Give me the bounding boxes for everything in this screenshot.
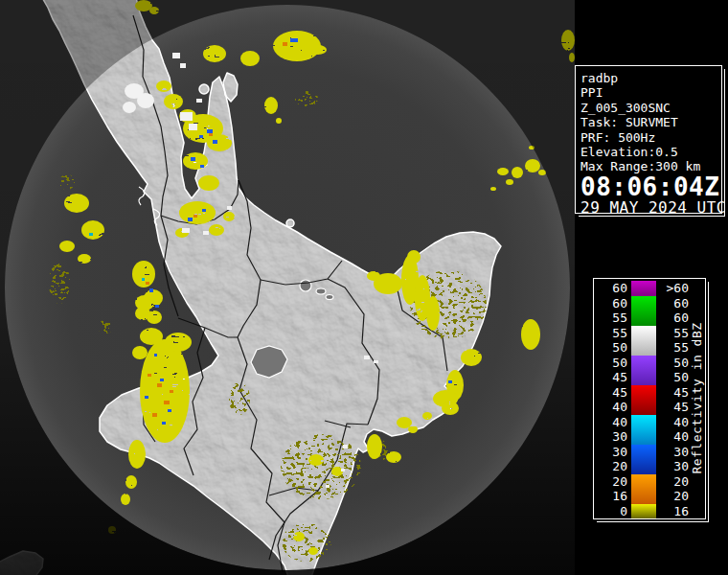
- legend-band-40-45: [631, 385, 656, 415]
- legend-label: 30: [657, 445, 689, 460]
- legend-title: Reflectivity in dBZ: [690, 322, 704, 473]
- elevation-value: Elevation:0.5: [580, 145, 721, 159]
- legend-band-30-40: [631, 415, 656, 445]
- legend-label: 0: [596, 504, 627, 519]
- lake-tarawera: [316, 288, 326, 294]
- legend-label: 45: [657, 385, 689, 401]
- legend-color-bar: [631, 281, 656, 518]
- legend-label: 30: [596, 429, 627, 445]
- legend-label: 55: [657, 340, 689, 356]
- legend-label: 30: [596, 445, 627, 460]
- legend-label: 20: [657, 489, 689, 504]
- legend-label: 60: [596, 281, 627, 296]
- legend-label: 20: [596, 474, 627, 490]
- legend-label: 45: [596, 370, 627, 385]
- legend-label: 40: [657, 429, 689, 445]
- legend-label: 50: [596, 340, 627, 356]
- legend-right-labels: >60 60 60 55 55 50 50 45 45 40 40 30 30 …: [657, 281, 689, 518]
- product-id: Z_005_300SNC: [580, 101, 721, 115]
- legend-band-gt60: [631, 281, 656, 296]
- legend-band-55-60: [631, 296, 656, 326]
- legend-label: 60: [657, 310, 689, 326]
- legend-label: 60: [657, 296, 689, 311]
- legend-band-45-50: [631, 356, 656, 385]
- legend-label: 55: [596, 326, 627, 341]
- legend-label: 50: [657, 370, 689, 385]
- legend-label: 16: [657, 504, 689, 519]
- reflectivity-legend: 60 60 55 55 50 50 45 45 40 40 30 30 20 2…: [593, 278, 706, 519]
- product-name: radbp: [580, 71, 721, 85]
- legend-band-16-20: [631, 474, 656, 504]
- scan-time: 08:06:04Z: [580, 175, 721, 198]
- legend-label: 16: [596, 489, 627, 504]
- task-name: Task: SURVMET: [580, 115, 721, 129]
- legend-band-0-16: [631, 504, 656, 519]
- radar-info-panel: radbp PPI Z_005_300SNC Task: SURVMET PRF…: [575, 65, 722, 214]
- legend-label: 50: [596, 356, 627, 371]
- scan-type: PPI: [580, 85, 721, 100]
- lake-rotorua: [300, 280, 311, 291]
- legend-label: 55: [596, 310, 627, 326]
- legend-label: 20: [657, 474, 689, 490]
- legend-label: 40: [596, 415, 627, 430]
- legend-label: 45: [596, 385, 627, 401]
- legend-label: >60: [657, 281, 689, 296]
- legend-label: 60: [596, 296, 627, 311]
- legend-label: 55: [657, 326, 689, 341]
- legend-band-20-30: [631, 445, 656, 474]
- legend-band-50-55: [631, 326, 656, 356]
- legend-label: 30: [657, 459, 689, 474]
- legend-title-wrap: Reflectivity in dBZ: [689, 279, 705, 517]
- legend-label: 40: [657, 415, 689, 430]
- scan-date: 29 MAY 2024 UTC: [580, 199, 721, 216]
- radar-app-window: radbp PPI Z_005_300SNC Task: SURVMET PRF…: [0, 0, 728, 575]
- radar-map: [0, 0, 575, 575]
- legend-label: 40: [596, 400, 627, 415]
- prf-value: PRF: 500Hz: [580, 130, 721, 145]
- small-lake: [326, 295, 333, 300]
- legend-label: 20: [596, 459, 627, 474]
- legend-left-labels: 60 60 55 55 50 50 45 45 40 40 30 30 20 2…: [596, 281, 627, 518]
- legend-label: 45: [657, 400, 689, 415]
- legend-label: 50: [657, 356, 689, 371]
